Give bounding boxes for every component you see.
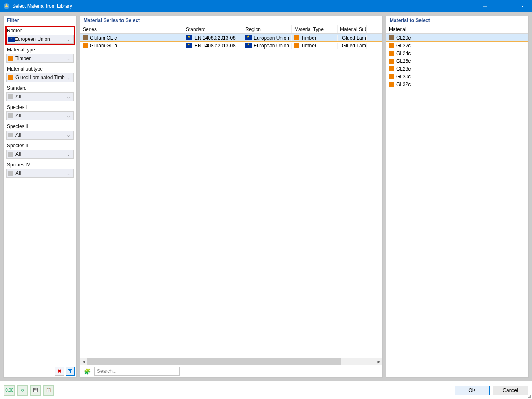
material-row[interactable]: GL32c [386, 80, 528, 88]
cell: Timber [292, 43, 338, 49]
msub-name: Glued Lam [342, 43, 366, 49]
col-standard[interactable]: Standard [183, 25, 243, 33]
cell: European Union [243, 35, 292, 41]
filter-label: Standard [6, 84, 74, 92]
filter-group-material-subtype: Material subtypeGlued Laminated Timber⌵ [6, 65, 74, 82]
series-name: Glulam GL h [90, 43, 117, 49]
material-row[interactable]: GL28c [386, 65, 528, 73]
app-icon [3, 3, 10, 9]
col-mtype[interactable]: Material Type [292, 25, 338, 33]
cell: Timber [292, 35, 338, 41]
swatch-icon [8, 94, 13, 99]
filter-group-region: RegionEuropean Union⌵ [6, 27, 74, 44]
col-region[interactable]: Region [243, 25, 292, 33]
filter-select-species-iv[interactable]: All⌵ [6, 169, 74, 178]
swatch-icon [389, 59, 394, 64]
search-input[interactable]: Search... [94, 367, 180, 376]
filter-value: Timber [15, 55, 65, 61]
copy-button[interactable]: 📋 [43, 385, 54, 396]
series-row[interactable]: Glulam GL hEN 14080:2013-08European Unio… [80, 42, 382, 49]
chevron-down-icon: ⌵ [65, 56, 72, 61]
filter-label: Species I [6, 104, 74, 111]
col-series[interactable]: Series [80, 25, 183, 33]
swatch-icon [83, 35, 88, 40]
series-hscroll[interactable]: ◄ ► [80, 358, 382, 365]
refresh-button[interactable]: ↺ [17, 385, 28, 396]
chevron-down-icon: ⌵ [65, 75, 72, 80]
cancel-button[interactable]: Cancel [493, 386, 528, 395]
material-name: GL32c [396, 82, 411, 87]
filter-label: Species IV [6, 161, 74, 169]
filter-value: All [15, 132, 65, 138]
swatch-icon [83, 43, 88, 48]
filter-select-material-type[interactable]: Timber⌵ [6, 54, 74, 63]
eu-flag-icon [186, 35, 192, 40]
maximize-button[interactable] [494, 0, 513, 12]
filter-group-species-i: Species IAll⌵ [6, 104, 74, 120]
material-name: GL24c [396, 51, 411, 56]
material-column-header[interactable]: Material [386, 25, 528, 34]
series-row[interactable]: Glulam GL cEN 14080:2013-08European Unio… [80, 34, 382, 42]
filter-select-species-ii[interactable]: All⌵ [6, 131, 74, 140]
search-settings-icon[interactable]: 🧩 [83, 367, 92, 376]
swatch-icon [8, 133, 13, 137]
filter-select-species-i[interactable]: All⌵ [6, 111, 74, 120]
filter-select-material-subtype[interactable]: Glued Laminated Timber⌵ [6, 73, 74, 82]
material-row[interactable]: GL30c [386, 73, 528, 80]
material-row[interactable]: GL20c [386, 34, 528, 42]
swatch-icon [389, 82, 394, 87]
cell: Glulam GL c [80, 35, 183, 41]
swatch-icon [8, 56, 13, 61]
filter-label: Material subtype [6, 65, 74, 73]
standard-name: EN 14080:2013-08 [194, 43, 236, 49]
minimize-button[interactable] [476, 0, 494, 12]
filter-select-region[interactable]: European Union⌵ [6, 35, 74, 44]
filter-panel: Filter RegionEuropean Union⌵Material typ… [3, 16, 77, 378]
msub-name: Glued Lam [342, 35, 366, 41]
series-header: Material Series to Select [80, 16, 382, 25]
filter-group-species-iii: Species IIIAll⌵ [6, 142, 74, 159]
bottom-bar: 0.00 ↺ 💾 📋 OK Cancel ◢ [0, 381, 532, 399]
swatch-icon [8, 113, 13, 118]
filter-select-standard[interactable]: All⌵ [6, 92, 74, 101]
eu-flag-icon [245, 43, 252, 48]
filter-group-species-iv: Species IVAll⌵ [6, 161, 74, 178]
series-column-header[interactable]: Series Standard Region Material Type Mat… [80, 25, 382, 34]
save-button[interactable]: 💾 [30, 385, 41, 396]
close-button[interactable] [513, 0, 532, 12]
eu-flag-icon [8, 37, 15, 42]
series-name: Glulam GL c [90, 35, 117, 41]
scroll-left-icon[interactable]: ◄ [80, 358, 87, 365]
swatch-icon [294, 35, 299, 40]
cell: Glulam GL h [80, 43, 183, 49]
col-msub[interactable]: Material Subt [338, 25, 367, 33]
scroll-thumb[interactable] [87, 358, 341, 365]
clear-filter-button[interactable]: ✖ [55, 367, 64, 376]
units-button[interactable]: 0.00 [4, 385, 15, 396]
material-name: GL20c [396, 35, 411, 41]
material-row[interactable]: GL24c [386, 49, 528, 57]
cell: Glued Lam [338, 35, 367, 41]
filter-value: All [15, 151, 65, 157]
chevron-down-icon: ⌵ [65, 152, 72, 157]
apply-filter-button[interactable] [66, 367, 75, 376]
filter-label: Material type [6, 46, 74, 54]
filter-label: Species III [6, 142, 74, 150]
scroll-right-icon[interactable]: ► [375, 358, 382, 365]
swatch-icon [8, 152, 13, 157]
eu-flag-icon [245, 35, 252, 40]
series-panel: Material Series to Select Series Standar… [80, 16, 383, 378]
filter-select-species-iii[interactable]: All⌵ [6, 150, 74, 159]
filter-value: Glued Laminated Timber [15, 75, 65, 80]
material-header: Material to Select [386, 16, 528, 25]
cell: EN 14080:2013-08 [183, 43, 243, 49]
resize-grip-icon[interactable]: ◢ [528, 394, 531, 398]
chevron-down-icon: ⌵ [65, 114, 72, 118]
ok-button[interactable]: OK [455, 386, 490, 395]
material-row[interactable]: GL26c [386, 57, 528, 65]
material-row[interactable]: GL22c [386, 42, 528, 49]
standard-name: EN 14080:2013-08 [194, 35, 236, 41]
filter-label: Region [6, 27, 74, 35]
titlebar: Select Material from Library [0, 0, 532, 12]
svg-rect-2 [502, 4, 506, 8]
